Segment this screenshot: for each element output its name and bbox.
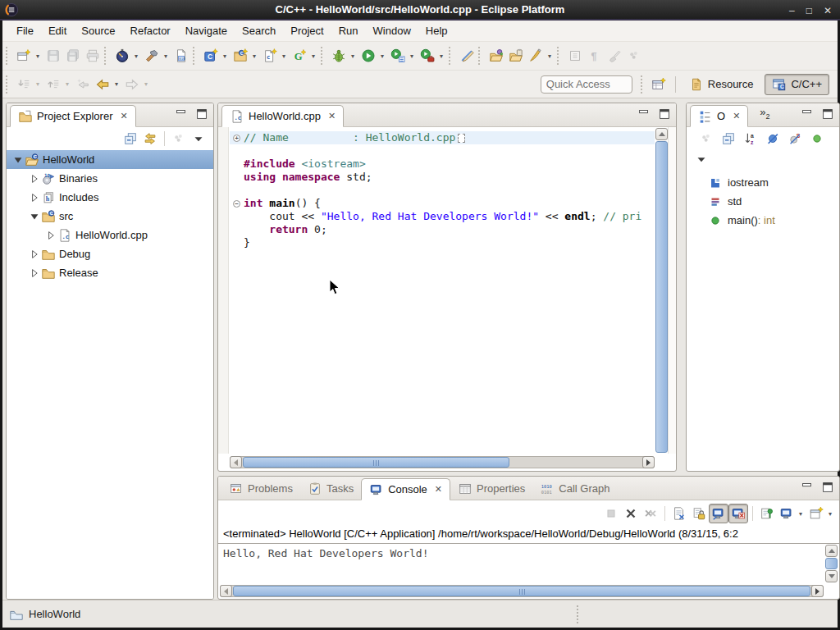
- editor-horizontal-scrollbar[interactable]: [230, 456, 655, 468]
- scroll-up-icon[interactable]: [655, 128, 668, 140]
- expand-arrow-icon[interactable]: [28, 267, 41, 280]
- new-c-file-icon[interactable]: c: [260, 46, 280, 66]
- tab-outline[interactable]: O ✕: [690, 105, 748, 127]
- new-c-file-dropdown-icon[interactable]: ▾: [280, 52, 288, 60]
- menu-navigate[interactable]: Navigate: [178, 22, 235, 39]
- collapse-arrow-icon[interactable]: [11, 153, 25, 167]
- hide-static-icon[interactable]: S: [785, 129, 805, 148]
- view-menu-icon[interactable]: [692, 149, 711, 169]
- statusbar-drag-handle[interactable]: [577, 605, 580, 623]
- console-output[interactable]: Hello, Red Hat Developers World!: [218, 544, 824, 582]
- open-task-icon[interactable]: [506, 46, 526, 66]
- new-c-project-icon[interactable]: C: [201, 46, 221, 66]
- outline-item-main[interactable]: main() : int: [687, 211, 839, 230]
- new-c-project-dropdown-icon[interactable]: ▾: [221, 52, 229, 60]
- build-hammer-icon[interactable]: [142, 46, 162, 66]
- tab-problems[interactable]: Problems: [221, 477, 300, 500]
- minimize-view-icon[interactable]: [800, 481, 815, 494]
- open-perspective-button[interactable]: [649, 75, 669, 94]
- scrollbar-thumb[interactable]: [655, 141, 668, 453]
- minimize-view-icon[interactable]: [174, 107, 189, 121]
- new-wizard-dropdown-icon[interactable]: ▾: [34, 52, 42, 60]
- close-window-icon[interactable]: ✕: [824, 5, 832, 16]
- remove-launch-icon[interactable]: [621, 504, 641, 523]
- tree-item-includes[interactable]: hIncludes: [7, 188, 213, 207]
- toolbar-drag-handle[interactable]: [104, 47, 109, 65]
- menu-file[interactable]: File: [9, 22, 41, 39]
- code-editor[interactable]: +// Name : HelloWorld.cpp#include <iostr…: [218, 127, 676, 454]
- code-line-4[interactable]: using namespace std;: [230, 171, 655, 184]
- back-icon[interactable]: [93, 75, 112, 94]
- code-line-1[interactable]: +// Name : HelloWorld.cpp: [230, 131, 655, 144]
- gold-pen-dropdown-icon[interactable]: ▾: [546, 52, 554, 60]
- back-dropdown-icon[interactable]: ▾: [112, 80, 121, 88]
- show-stdout-icon[interactable]: [709, 504, 728, 523]
- tab-tasks[interactable]: Tasks: [300, 477, 361, 500]
- menu-help[interactable]: Help: [418, 22, 455, 39]
- new-cpp-project-dropdown-icon[interactable]: ▾: [250, 52, 258, 60]
- editor-vertical-scrollbar[interactable]: [655, 128, 668, 453]
- scrollbar-thumb[interactable]: [825, 558, 838, 569]
- menu-source[interactable]: Source: [74, 22, 122, 39]
- tab-helloworld-cpp[interactable]: .c HelloWorld.cpp ✕: [221, 105, 344, 127]
- collapse-arrow-icon[interactable]: [28, 210, 41, 223]
- tab-call-graph[interactable]: 10100101Call Graph: [532, 477, 617, 500]
- profile-stopwatch-dropdown-icon[interactable]: ▾: [132, 52, 140, 60]
- minimize-view-icon[interactable]: [800, 107, 815, 121]
- maximize-view-icon[interactable]: [657, 107, 672, 121]
- menu-refactor[interactable]: Refactor: [123, 22, 178, 39]
- clear-console-icon[interactable]: [669, 504, 689, 523]
- close-icon[interactable]: ✕: [328, 111, 336, 121]
- tab-properties[interactable]: Properties: [450, 477, 532, 500]
- tree-item-binaries[interactable]: 10Binaries: [7, 169, 213, 188]
- close-icon[interactable]: ✕: [435, 484, 442, 495]
- outline-item-iostream[interactable]: iostream: [687, 173, 839, 192]
- maximize-view-icon[interactable]: [820, 107, 835, 121]
- link-editor-icon[interactable]: [140, 129, 160, 148]
- code-line-6[interactable]: −int main() {: [230, 197, 655, 210]
- perspective-resource[interactable]: Resource: [682, 75, 760, 94]
- binary-file-icon[interactable]: 010: [171, 46, 191, 66]
- maximize-view-icon[interactable]: [194, 107, 209, 121]
- open-element-icon[interactable]: [486, 46, 506, 66]
- menu-search[interactable]: Search: [235, 22, 283, 39]
- expand-arrow-icon[interactable]: [28, 172, 41, 185]
- gprof-icon[interactable]: G: [290, 46, 309, 66]
- scroll-up-icon[interactable]: [825, 545, 838, 557]
- debug-bug-icon[interactable]: [329, 46, 349, 66]
- minimize-window-icon[interactable]: –: [789, 5, 795, 16]
- code-line-5[interactable]: [230, 184, 655, 197]
- menu-window[interactable]: Window: [366, 22, 418, 39]
- scroll-left-icon[interactable]: [230, 456, 242, 468]
- console-vertical-scrollbar[interactable]: [825, 545, 838, 582]
- toolbar-drag-handle[interactable]: [449, 47, 454, 65]
- code-line-2[interactable]: [230, 144, 655, 158]
- folded-region-box[interactable]: [458, 134, 465, 143]
- run-history-icon[interactable]: [388, 46, 408, 66]
- scrollbar-thumb[interactable]: [243, 457, 509, 468]
- sort-az-icon[interactable]: az: [741, 129, 760, 148]
- tree-item-release[interactable]: Release: [7, 263, 213, 282]
- scrollbar-thumb[interactable]: [233, 586, 810, 596]
- tab-project-explorer[interactable]: Project Explorer ✕: [10, 105, 136, 127]
- run-history-dropdown-icon[interactable]: ▾: [408, 52, 416, 60]
- mark-occurrences-icon[interactable]: [457, 46, 477, 66]
- fold-collapse-icon[interactable]: −: [230, 197, 244, 210]
- code-line-9[interactable]: }: [230, 236, 655, 249]
- code-line-8[interactable]: return 0;: [230, 223, 655, 236]
- collapse-all-icon[interactable]: [121, 129, 140, 148]
- menu-project[interactable]: Project: [283, 22, 331, 39]
- show-public-icon[interactable]: [807, 129, 827, 148]
- outline-item-std[interactable]: std: [687, 192, 839, 211]
- tree-item-helloworld[interactable]: CHelloWorld: [7, 150, 213, 169]
- expand-arrow-icon[interactable]: [28, 248, 41, 261]
- tab-console[interactable]: Console✕: [361, 478, 450, 500]
- toolbar-drag-handle[interactable]: [557, 47, 562, 65]
- open-console-dropdown-icon[interactable]: ▾: [826, 510, 834, 518]
- gprof-dropdown-icon[interactable]: ▾: [309, 52, 317, 60]
- collapse-all-icon[interactable]: [719, 129, 738, 148]
- toolbar-drag-handle[interactable]: [6, 47, 11, 65]
- tree-item-helloworld-cpp[interactable]: .cHelloWorld.cpp: [7, 226, 213, 244]
- fold-expand-icon[interactable]: +: [230, 131, 244, 144]
- new-cpp-project-icon[interactable]: C: [231, 46, 250, 66]
